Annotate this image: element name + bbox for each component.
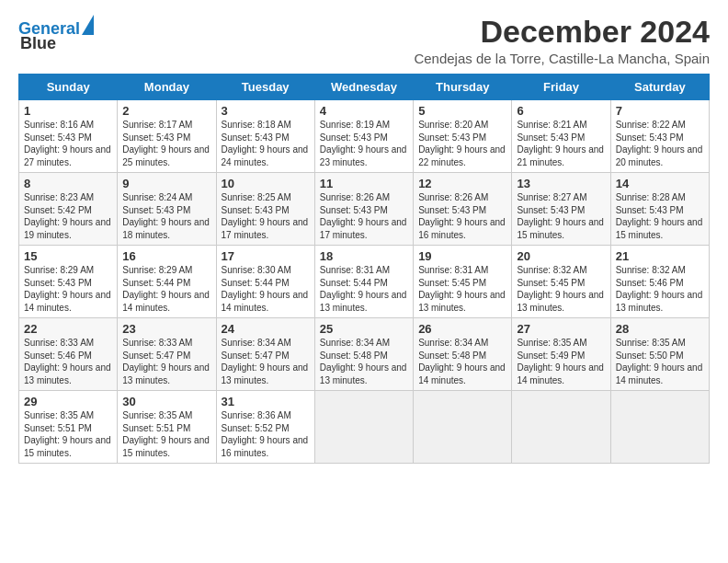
table-row: 12 Sunrise: 8:26 AMSunset: 5:43 PMDaylig… [414, 173, 512, 246]
table-row: 16 Sunrise: 8:29 AMSunset: 5:44 PMDaylig… [118, 246, 216, 318]
table-row: 23 Sunrise: 8:33 AMSunset: 5:47 PMDaylig… [118, 318, 216, 391]
empty-cell [314, 391, 413, 464]
table-row: 5 Sunrise: 8:20 AMSunset: 5:43 PMDayligh… [414, 100, 512, 173]
col-wednesday: Wednesday [314, 75, 413, 100]
table-row: 8 Sunrise: 8:23 AMSunset: 5:42 PMDayligh… [19, 173, 118, 246]
empty-cell [610, 391, 709, 464]
table-row: 17 Sunrise: 8:30 AMSunset: 5:44 PMDaylig… [216, 246, 314, 318]
table-row: 3 Sunrise: 8:18 AMSunset: 5:43 PMDayligh… [216, 100, 314, 173]
table-row: 14 Sunrise: 8:28 AMSunset: 5:43 PMDaylig… [610, 173, 709, 246]
week-row: 29 Sunrise: 8:35 AMSunset: 5:51 PMDaylig… [19, 391, 710, 464]
table-row: 11 Sunrise: 8:26 AMSunset: 5:43 PMDaylig… [314, 173, 413, 246]
calendar-table: Sunday Monday Tuesday Wednesday Thursday… [18, 74, 710, 464]
empty-cell [414, 391, 512, 464]
empty-cell [512, 391, 610, 464]
calendar-page: General Blue December 2024 Cendejas de l… [0, 0, 728, 473]
table-row: 24 Sunrise: 8:34 AMSunset: 5:47 PMDaylig… [216, 318, 314, 391]
table-row: 28 Sunrise: 8:35 AMSunset: 5:50 PMDaylig… [610, 318, 709, 391]
col-sunday: Sunday [19, 75, 118, 100]
logo: General Blue [18, 18, 94, 52]
table-row: 10 Sunrise: 8:25 AMSunset: 5:43 PMDaylig… [216, 173, 314, 246]
col-tuesday: Tuesday [216, 75, 314, 100]
table-row: 21 Sunrise: 8:32 AMSunset: 5:46 PMDaylig… [610, 246, 709, 318]
table-row: 31 Sunrise: 8:36 AMSunset: 5:52 PMDaylig… [216, 391, 314, 464]
table-row: 25 Sunrise: 8:34 AMSunset: 5:48 PMDaylig… [314, 318, 413, 391]
month-title: December 2024 [414, 15, 710, 49]
table-row: 22 Sunrise: 8:33 AMSunset: 5:46 PMDaylig… [19, 318, 118, 391]
table-row: 19 Sunrise: 8:31 AMSunset: 5:45 PMDaylig… [414, 246, 512, 318]
week-row: 1 Sunrise: 8:16 AMSunset: 5:43 PMDayligh… [19, 100, 710, 173]
col-friday: Friday [512, 75, 610, 100]
table-row: 15 Sunrise: 8:29 AMSunset: 5:43 PMDaylig… [19, 246, 118, 318]
header-row: Sunday Monday Tuesday Wednesday Thursday… [19, 75, 710, 100]
table-row: 4 Sunrise: 8:19 AMSunset: 5:43 PMDayligh… [314, 100, 413, 173]
table-row: 30 Sunrise: 8:35 AMSunset: 5:51 PMDaylig… [118, 391, 216, 464]
table-row: 7 Sunrise: 8:22 AMSunset: 5:43 PMDayligh… [610, 100, 709, 173]
table-row: 18 Sunrise: 8:31 AMSunset: 5:44 PMDaylig… [314, 246, 413, 318]
col-thursday: Thursday [414, 75, 512, 100]
table-row: 29 Sunrise: 8:35 AMSunset: 5:51 PMDaylig… [19, 391, 118, 464]
week-row: 15 Sunrise: 8:29 AMSunset: 5:43 PMDaylig… [19, 246, 710, 318]
table-row: 26 Sunrise: 8:34 AMSunset: 5:48 PMDaylig… [414, 318, 512, 391]
title-section: December 2024 Cendejas de la Torre, Cast… [414, 15, 710, 66]
col-saturday: Saturday [610, 75, 709, 100]
table-row: 2 Sunrise: 8:17 AMSunset: 5:43 PMDayligh… [118, 100, 216, 173]
logo-blue-text: Blue [18, 35, 56, 52]
table-row: 1 Sunrise: 8:16 AMSunset: 5:43 PMDayligh… [19, 100, 118, 173]
table-row: 27 Sunrise: 8:35 AMSunset: 5:49 PMDaylig… [512, 318, 610, 391]
week-row: 22 Sunrise: 8:33 AMSunset: 5:46 PMDaylig… [19, 318, 710, 391]
table-row: 6 Sunrise: 8:21 AMSunset: 5:43 PMDayligh… [512, 100, 610, 173]
table-row: 13 Sunrise: 8:27 AMSunset: 5:43 PMDaylig… [512, 173, 610, 246]
location: Cendejas de la Torre, Castille-La Mancha… [414, 51, 710, 66]
header: General Blue December 2024 Cendejas de l… [18, 15, 710, 66]
col-monday: Monday [118, 75, 216, 100]
table-row: 20 Sunrise: 8:32 AMSunset: 5:45 PMDaylig… [512, 246, 610, 318]
table-row: 9 Sunrise: 8:24 AMSunset: 5:43 PMDayligh… [118, 173, 216, 246]
week-row: 8 Sunrise: 8:23 AMSunset: 5:42 PMDayligh… [19, 173, 710, 246]
